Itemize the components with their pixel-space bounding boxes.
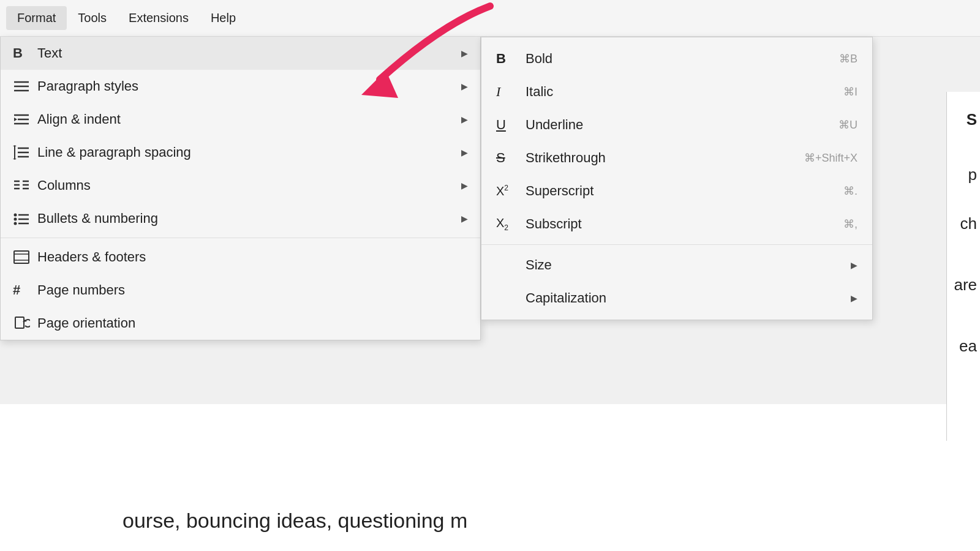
bold-text-icon: B: [13, 45, 37, 61]
underline-icon: U: [496, 117, 526, 133]
superscript-icon: X2: [496, 184, 526, 198]
submenu-item-subscript[interactable]: X2 Subscript ⌘,: [481, 208, 872, 241]
subscript-shortcut: ⌘,: [843, 217, 858, 231]
italic-icon: I: [496, 84, 526, 100]
headers-icon: [13, 250, 37, 264]
submenu-bold-label: Bold: [526, 51, 839, 67]
menu-item-bullets[interactable]: Bullets & numbering ▶: [1, 202, 480, 235]
menu-item-align-label: Align & indent: [37, 111, 461, 127]
menu-item-line-spacing[interactable]: Line & paragraph spacing ▶: [1, 136, 480, 169]
submenu-item-superscript[interactable]: X2 Superscript ⌘.: [481, 174, 872, 208]
spacing-submenu-arrow: ▶: [461, 148, 468, 157]
menu-item-spacing-label: Line & paragraph spacing: [37, 144, 461, 160]
bullets-submenu-arrow: ▶: [461, 214, 468, 223]
size-submenu-arrow: ▶: [851, 260, 858, 270]
svg-marker-7: [14, 118, 17, 121]
svg-point-21: [14, 214, 17, 217]
right-edge-text-3: ch: [960, 214, 977, 233]
svg-point-25: [14, 222, 17, 225]
submenu-item-size[interactable]: Size ▶: [481, 249, 872, 282]
menu-bar-extensions[interactable]: Extensions: [118, 6, 200, 30]
align-submenu-arrow: ▶: [461, 114, 468, 124]
svg-marker-14: [13, 159, 17, 160]
menu-item-align-indent[interactable]: Align & indent ▶: [1, 103, 480, 136]
submenu-item-capitalization[interactable]: Capitalization ▶: [481, 282, 872, 315]
paragraph-styles-icon: [13, 80, 37, 93]
right-edge-text-4: are: [954, 276, 977, 294]
menu-item-headers[interactable]: Headers & footers: [1, 241, 480, 274]
menu-item-text-label: Text: [37, 45, 461, 61]
strikethrough-shortcut: ⌘+Shift+X: [804, 151, 858, 165]
superscript-shortcut: ⌘.: [843, 184, 858, 198]
submenu-item-italic[interactable]: I Italic ⌘I: [481, 75, 872, 108]
menu-item-headers-label: Headers & footers: [37, 249, 468, 265]
bold-shortcut: ⌘B: [839, 52, 858, 66]
submenu-size-label: Size: [526, 257, 851, 273]
capitalization-submenu-arrow: ▶: [851, 293, 858, 303]
right-edge-text-2: p: [968, 165, 977, 184]
menu-item-page-orientation[interactable]: Page orientation: [1, 307, 480, 340]
menu-item-columns-label: Columns: [37, 178, 461, 193]
menu-item-pagenums-label: Page numbers: [37, 282, 468, 298]
submenu-item-underline[interactable]: U Underline ⌘U: [481, 108, 872, 141]
menu-bar-help[interactable]: Help: [200, 6, 247, 30]
menu-bar: Format Tools Extensions Help: [0, 0, 980, 37]
menu-item-paragraph-label: Paragraph styles: [37, 78, 461, 94]
page-orientation-icon: [13, 316, 37, 331]
submenu-item-strikethrough[interactable]: S Strikethrough ⌘+Shift+X: [481, 141, 872, 174]
menu-bar-format[interactable]: Format: [6, 6, 67, 30]
submenu-item-bold[interactable]: B Bold ⌘B: [481, 42, 872, 75]
strikethrough-icon: S: [496, 150, 526, 166]
menu-item-orientation-label: Page orientation: [37, 315, 468, 331]
svg-rect-27: [14, 251, 29, 263]
line-spacing-icon: [13, 145, 37, 160]
columns-icon: [13, 179, 37, 192]
submenu-underline-label: Underline: [526, 117, 839, 133]
menu-item-paragraph-styles[interactable]: Paragraph styles ▶: [1, 70, 480, 103]
menu-separator-1: [1, 238, 480, 238]
menu-bar-tools[interactable]: Tools: [67, 6, 118, 30]
text-submenu: B Bold ⌘B I Italic ⌘I U Underline ⌘U S S…: [481, 37, 873, 320]
bold-icon: B: [496, 51, 526, 67]
paragraph-submenu-arrow: ▶: [461, 81, 468, 91]
text-submenu-arrow: ▶: [461, 48, 468, 58]
columns-submenu-arrow: ▶: [461, 181, 468, 190]
page-numbers-icon: #: [13, 282, 37, 298]
menu-item-columns[interactable]: Columns ▶: [1, 169, 480, 202]
bullets-icon: [13, 212, 37, 225]
svg-point-23: [14, 218, 17, 221]
menu-item-page-numbers[interactable]: # Page numbers: [1, 274, 480, 307]
align-indent-icon: [13, 113, 37, 126]
menu-item-bullets-label: Bullets & numbering: [37, 211, 461, 227]
svg-rect-30: [15, 317, 24, 328]
italic-shortcut: ⌘I: [843, 85, 858, 99]
submenu-subscript-label: Subscript: [526, 216, 843, 232]
doc-background-text: ourse, bouncing ideas, questioning m: [123, 509, 467, 533]
underline-shortcut: ⌘U: [839, 118, 858, 132]
menu-item-text[interactable]: B Text ▶: [1, 37, 480, 70]
submenu-strikethrough-label: Strikethrough: [526, 150, 804, 166]
subscript-icon: X2: [496, 216, 526, 232]
submenu-italic-label: Italic: [526, 84, 843, 100]
submenu-separator: [481, 244, 872, 245]
right-edge-text-1: S: [967, 110, 977, 129]
format-menu: B Text ▶ Paragraph styles ▶ Align & inde…: [0, 37, 481, 340]
submenu-capitalization-label: Capitalization: [526, 290, 851, 306]
svg-marker-13: [13, 145, 17, 146]
right-edge-text-5: ea: [959, 337, 977, 356]
submenu-superscript-label: Superscript: [526, 183, 843, 199]
